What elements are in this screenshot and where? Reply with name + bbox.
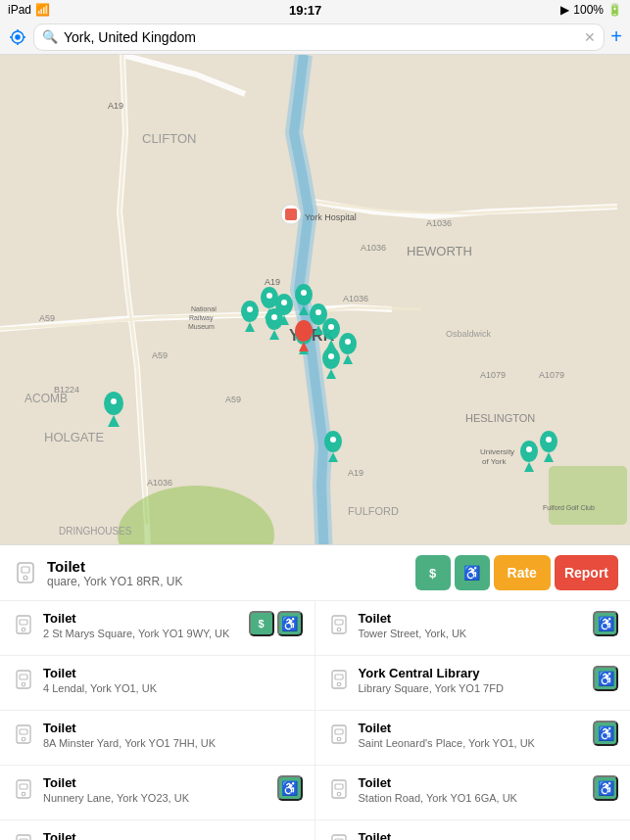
svg-point-96 xyxy=(22,628,25,631)
item-title: York Central Library xyxy=(359,666,590,680)
svg-rect-104 xyxy=(335,675,343,679)
item-address: 8A Minster Yard, York YO1 7HH, UK xyxy=(43,737,299,749)
battery-icon: 🔋 xyxy=(607,3,622,17)
list-item: Toilet 2 St Marys Square, York YO1 9WY, … xyxy=(0,601,315,656)
svg-text:National: National xyxy=(191,305,217,312)
toilet-icon xyxy=(12,668,35,691)
svg-text:HESLINGTON: HESLINGTON xyxy=(465,412,535,424)
item-address: 2 St Marys Square, York YO1 9WY, UK xyxy=(43,628,245,639)
add-icon[interactable]: + xyxy=(610,25,622,48)
svg-rect-110 xyxy=(335,729,343,734)
dollar-badge-featured[interactable]: $ xyxy=(415,555,451,590)
item-title: Toilet xyxy=(359,775,590,790)
list-item: Toilet 4 Lendal, York YO1, UK xyxy=(0,656,315,711)
svg-text:Fulford Golf Club: Fulford Golf Club xyxy=(543,504,595,511)
svg-point-111 xyxy=(337,737,341,741)
search-bar: 🔍 ✕ + xyxy=(0,20,630,55)
toilet-list: Toilet 2 St Marys Square, York YO1 9WY, … xyxy=(0,601,630,840)
disabled-badge[interactable]: ♿ xyxy=(593,775,618,801)
svg-text:HEWORTH: HEWORTH xyxy=(407,244,472,258)
toilet-icon xyxy=(327,832,351,840)
item-address: 4 Lendal, York YO1, UK xyxy=(43,682,299,694)
svg-text:A19: A19 xyxy=(348,468,363,478)
svg-point-99 xyxy=(337,628,341,631)
disabled-badge[interactable]: ♿ xyxy=(593,611,618,636)
svg-point-93 xyxy=(24,576,27,580)
list-item: Toilet Station Road, York YO1 6GA, UK♿ xyxy=(315,766,631,820)
svg-point-88 xyxy=(526,446,532,452)
svg-text:A1036: A1036 xyxy=(361,243,386,253)
toilet-icon xyxy=(12,723,35,746)
list-item: Toilet York, YO24, UK xyxy=(0,820,315,840)
disabled-badge-featured[interactable]: ♿ xyxy=(455,555,490,590)
svg-point-82 xyxy=(315,309,321,315)
svg-text:Osbaldwick: Osbaldwick xyxy=(446,329,492,339)
svg-point-114 xyxy=(22,792,25,796)
list-item: Toilet York, YO24, UK xyxy=(315,820,631,840)
clear-icon[interactable]: ✕ xyxy=(584,29,596,45)
featured-buttons: $ ♿ Rate Report xyxy=(415,555,618,590)
svg-rect-107 xyxy=(20,729,27,734)
item-address: Library Square, York YO1 7FD xyxy=(359,682,590,694)
toilet-icon xyxy=(12,613,35,636)
featured-title: Toilet xyxy=(47,558,415,575)
svg-point-76 xyxy=(111,398,117,404)
item-title: Toilet xyxy=(43,830,299,840)
disabled-badge[interactable]: ♿ xyxy=(277,775,303,801)
item-address: Nunnery Lane, York YO23, UK xyxy=(43,792,273,804)
battery-label: 100% xyxy=(573,3,604,17)
svg-text:HOLGATE: HOLGATE xyxy=(44,430,104,444)
svg-point-102 xyxy=(22,682,25,686)
dollar-badge[interactable]: $ xyxy=(249,611,274,636)
disabled-badge[interactable]: ♿ xyxy=(277,611,303,636)
svg-text:A1036: A1036 xyxy=(426,218,452,228)
rate-button[interactable]: Rate xyxy=(494,555,551,590)
toilet-icon xyxy=(327,777,351,801)
report-button[interactable]: Report xyxy=(555,555,618,590)
svg-point-105 xyxy=(337,682,341,686)
svg-text:DRINGHOUSES: DRINGHOUSES xyxy=(59,526,132,537)
svg-point-83 xyxy=(328,324,334,330)
svg-rect-113 xyxy=(20,784,27,789)
item-title: Toilet xyxy=(359,721,590,735)
list-item: Toilet Saint Leonard's Place, York YO1, … xyxy=(315,711,631,766)
svg-point-78 xyxy=(267,293,272,299)
item-title: Toilet xyxy=(43,721,299,735)
toilet-icon xyxy=(327,723,351,746)
featured-address: quare, York YO1 8RR, UK xyxy=(47,575,415,588)
toilet-icon xyxy=(327,613,351,636)
svg-point-79 xyxy=(281,300,287,305)
item-address: Tower Street, York, UK xyxy=(359,628,590,639)
item-title: Toilet xyxy=(43,775,273,790)
svg-text:A1036: A1036 xyxy=(147,478,172,488)
svg-rect-8 xyxy=(549,466,627,525)
search-input[interactable] xyxy=(64,29,578,45)
item-title: Toilet xyxy=(359,611,590,626)
signal-icon: ▶ xyxy=(560,3,569,17)
svg-text:A1079: A1079 xyxy=(480,370,506,380)
svg-text:CLIFTON: CLIFTON xyxy=(142,131,196,146)
svg-text:A19: A19 xyxy=(108,101,123,111)
item-title: Toilet xyxy=(359,830,615,840)
toilet-icon xyxy=(12,832,35,840)
svg-text:A1036: A1036 xyxy=(343,294,368,303)
svg-text:York Hospital: York Hospital xyxy=(305,212,357,222)
svg-rect-98 xyxy=(335,620,343,625)
item-title: Toilet xyxy=(43,666,299,680)
status-bar: iPad 📶 19:17 ▶ 100% 🔋 xyxy=(0,0,630,20)
svg-text:of York: of York xyxy=(482,457,507,466)
disabled-badge[interactable]: ♿ xyxy=(593,666,618,691)
time-display: 19:17 xyxy=(289,3,321,18)
disabled-badge[interactable]: ♿ xyxy=(593,721,618,746)
svg-rect-92 xyxy=(22,567,29,573)
svg-point-86 xyxy=(330,437,336,443)
svg-text:University: University xyxy=(480,447,514,456)
toilet-icon xyxy=(12,777,35,801)
list-item: York Central Library Library Square, Yor… xyxy=(315,656,631,711)
map-area[interactable]: A19 A19 A59 A59 A59 A1036 A1036 A1036 A1… xyxy=(0,55,630,583)
svg-text:Museum: Museum xyxy=(188,323,215,330)
svg-point-74 xyxy=(295,320,313,342)
featured-toilet-row: Toilet quare, York YO1 8RR, UK $ ♿ Rate … xyxy=(0,545,630,601)
svg-point-77 xyxy=(247,306,253,312)
svg-rect-95 xyxy=(20,620,27,625)
